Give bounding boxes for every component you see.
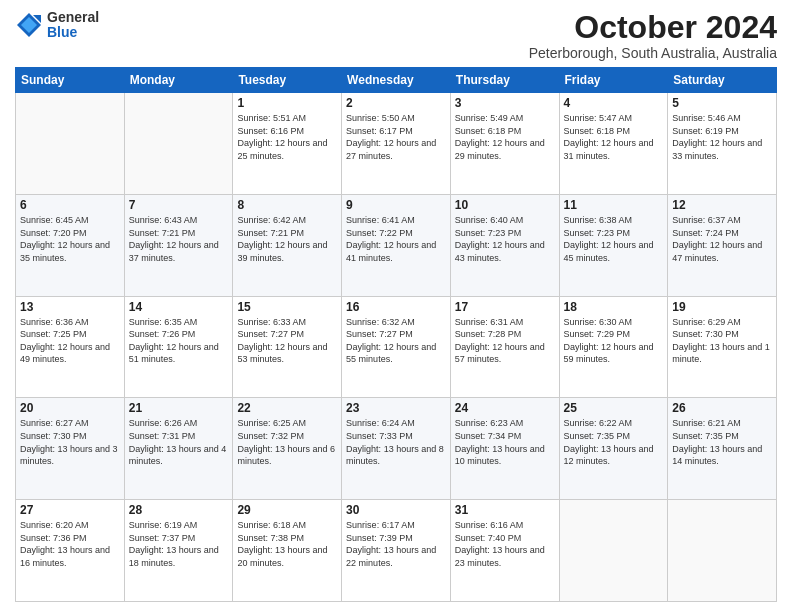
calendar-cell (16, 93, 125, 195)
day-number: 1 (237, 96, 337, 110)
calendar-cell: 17Sunrise: 6:31 AM Sunset: 7:28 PM Dayli… (450, 296, 559, 398)
day-number: 26 (672, 401, 772, 415)
day-number: 16 (346, 300, 446, 314)
calendar-cell: 3Sunrise: 5:49 AM Sunset: 6:18 PM Daylig… (450, 93, 559, 195)
day-info: Sunrise: 6:16 AM Sunset: 7:40 PM Dayligh… (455, 519, 555, 569)
day-info: Sunrise: 5:46 AM Sunset: 6:19 PM Dayligh… (672, 112, 772, 162)
day-number: 22 (237, 401, 337, 415)
logo-blue: Blue (47, 25, 99, 40)
day-number: 27 (20, 503, 120, 517)
day-info: Sunrise: 6:45 AM Sunset: 7:20 PM Dayligh… (20, 214, 120, 264)
day-info: Sunrise: 6:31 AM Sunset: 7:28 PM Dayligh… (455, 316, 555, 366)
day-number: 10 (455, 198, 555, 212)
day-info: Sunrise: 6:21 AM Sunset: 7:35 PM Dayligh… (672, 417, 772, 467)
calendar-header-row: SundayMondayTuesdayWednesdayThursdayFrid… (16, 68, 777, 93)
calendar-week-4: 20Sunrise: 6:27 AM Sunset: 7:30 PM Dayli… (16, 398, 777, 500)
day-number: 5 (672, 96, 772, 110)
calendar-cell: 5Sunrise: 5:46 AM Sunset: 6:19 PM Daylig… (668, 93, 777, 195)
day-info: Sunrise: 6:37 AM Sunset: 7:24 PM Dayligh… (672, 214, 772, 264)
calendar-week-5: 27Sunrise: 6:20 AM Sunset: 7:36 PM Dayli… (16, 500, 777, 602)
day-info: Sunrise: 5:51 AM Sunset: 6:16 PM Dayligh… (237, 112, 337, 162)
day-info: Sunrise: 6:18 AM Sunset: 7:38 PM Dayligh… (237, 519, 337, 569)
day-info: Sunrise: 6:42 AM Sunset: 7:21 PM Dayligh… (237, 214, 337, 264)
header: General Blue October 2024 Peterborough, … (15, 10, 777, 61)
calendar-week-1: 1Sunrise: 5:51 AM Sunset: 6:16 PM Daylig… (16, 93, 777, 195)
day-number: 14 (129, 300, 229, 314)
calendar-cell: 6Sunrise: 6:45 AM Sunset: 7:20 PM Daylig… (16, 194, 125, 296)
day-info: Sunrise: 6:40 AM Sunset: 7:23 PM Dayligh… (455, 214, 555, 264)
day-number: 24 (455, 401, 555, 415)
calendar-cell: 11Sunrise: 6:38 AM Sunset: 7:23 PM Dayli… (559, 194, 668, 296)
month-title: October 2024 (529, 10, 777, 45)
calendar-cell: 25Sunrise: 6:22 AM Sunset: 7:35 PM Dayli… (559, 398, 668, 500)
day-number: 4 (564, 96, 664, 110)
day-info: Sunrise: 6:33 AM Sunset: 7:27 PM Dayligh… (237, 316, 337, 366)
day-number: 2 (346, 96, 446, 110)
day-header-monday: Monday (124, 68, 233, 93)
day-number: 28 (129, 503, 229, 517)
day-info: Sunrise: 5:49 AM Sunset: 6:18 PM Dayligh… (455, 112, 555, 162)
calendar-cell: 23Sunrise: 6:24 AM Sunset: 7:33 PM Dayli… (342, 398, 451, 500)
subtitle: Peterborough, South Australia, Australia (529, 45, 777, 61)
logo: General Blue (15, 10, 99, 41)
calendar-cell: 27Sunrise: 6:20 AM Sunset: 7:36 PM Dayli… (16, 500, 125, 602)
day-header-thursday: Thursday (450, 68, 559, 93)
logo-icon (15, 11, 43, 39)
day-number: 3 (455, 96, 555, 110)
day-number: 31 (455, 503, 555, 517)
calendar-cell (559, 500, 668, 602)
calendar-cell: 4Sunrise: 5:47 AM Sunset: 6:18 PM Daylig… (559, 93, 668, 195)
calendar-cell: 20Sunrise: 6:27 AM Sunset: 7:30 PM Dayli… (16, 398, 125, 500)
calendar-cell: 12Sunrise: 6:37 AM Sunset: 7:24 PM Dayli… (668, 194, 777, 296)
day-info: Sunrise: 6:27 AM Sunset: 7:30 PM Dayligh… (20, 417, 120, 467)
calendar-cell: 18Sunrise: 6:30 AM Sunset: 7:29 PM Dayli… (559, 296, 668, 398)
calendar-week-3: 13Sunrise: 6:36 AM Sunset: 7:25 PM Dayli… (16, 296, 777, 398)
day-info: Sunrise: 6:41 AM Sunset: 7:22 PM Dayligh… (346, 214, 446, 264)
day-number: 7 (129, 198, 229, 212)
day-number: 11 (564, 198, 664, 212)
title-block: October 2024 Peterborough, South Austral… (529, 10, 777, 61)
calendar-cell: 28Sunrise: 6:19 AM Sunset: 7:37 PM Dayli… (124, 500, 233, 602)
calendar-cell: 13Sunrise: 6:36 AM Sunset: 7:25 PM Dayli… (16, 296, 125, 398)
calendar-cell: 10Sunrise: 6:40 AM Sunset: 7:23 PM Dayli… (450, 194, 559, 296)
calendar-cell: 2Sunrise: 5:50 AM Sunset: 6:17 PM Daylig… (342, 93, 451, 195)
day-info: Sunrise: 6:38 AM Sunset: 7:23 PM Dayligh… (564, 214, 664, 264)
calendar-cell: 24Sunrise: 6:23 AM Sunset: 7:34 PM Dayli… (450, 398, 559, 500)
day-info: Sunrise: 6:32 AM Sunset: 7:27 PM Dayligh… (346, 316, 446, 366)
calendar-cell (668, 500, 777, 602)
day-number: 18 (564, 300, 664, 314)
day-info: Sunrise: 6:36 AM Sunset: 7:25 PM Dayligh… (20, 316, 120, 366)
day-number: 29 (237, 503, 337, 517)
calendar-cell: 7Sunrise: 6:43 AM Sunset: 7:21 PM Daylig… (124, 194, 233, 296)
calendar-cell: 21Sunrise: 6:26 AM Sunset: 7:31 PM Dayli… (124, 398, 233, 500)
day-info: Sunrise: 6:30 AM Sunset: 7:29 PM Dayligh… (564, 316, 664, 366)
day-number: 15 (237, 300, 337, 314)
day-header-wednesday: Wednesday (342, 68, 451, 93)
calendar-cell: 19Sunrise: 6:29 AM Sunset: 7:30 PM Dayli… (668, 296, 777, 398)
day-number: 8 (237, 198, 337, 212)
calendar-cell: 26Sunrise: 6:21 AM Sunset: 7:35 PM Dayli… (668, 398, 777, 500)
calendar-cell: 16Sunrise: 6:32 AM Sunset: 7:27 PM Dayli… (342, 296, 451, 398)
day-info: Sunrise: 6:17 AM Sunset: 7:39 PM Dayligh… (346, 519, 446, 569)
calendar-cell: 31Sunrise: 6:16 AM Sunset: 7:40 PM Dayli… (450, 500, 559, 602)
day-number: 20 (20, 401, 120, 415)
calendar-table: SundayMondayTuesdayWednesdayThursdayFrid… (15, 67, 777, 602)
calendar-cell: 9Sunrise: 6:41 AM Sunset: 7:22 PM Daylig… (342, 194, 451, 296)
day-header-sunday: Sunday (16, 68, 125, 93)
day-number: 30 (346, 503, 446, 517)
day-number: 6 (20, 198, 120, 212)
day-info: Sunrise: 6:26 AM Sunset: 7:31 PM Dayligh… (129, 417, 229, 467)
day-number: 19 (672, 300, 772, 314)
day-info: Sunrise: 6:20 AM Sunset: 7:36 PM Dayligh… (20, 519, 120, 569)
day-number: 25 (564, 401, 664, 415)
calendar-cell: 29Sunrise: 6:18 AM Sunset: 7:38 PM Dayli… (233, 500, 342, 602)
day-header-saturday: Saturday (668, 68, 777, 93)
calendar-cell: 1Sunrise: 5:51 AM Sunset: 6:16 PM Daylig… (233, 93, 342, 195)
logo-general: General (47, 10, 99, 25)
day-header-friday: Friday (559, 68, 668, 93)
day-number: 21 (129, 401, 229, 415)
day-number: 12 (672, 198, 772, 212)
day-info: Sunrise: 5:50 AM Sunset: 6:17 PM Dayligh… (346, 112, 446, 162)
day-info: Sunrise: 6:29 AM Sunset: 7:30 PM Dayligh… (672, 316, 772, 366)
calendar-week-2: 6Sunrise: 6:45 AM Sunset: 7:20 PM Daylig… (16, 194, 777, 296)
